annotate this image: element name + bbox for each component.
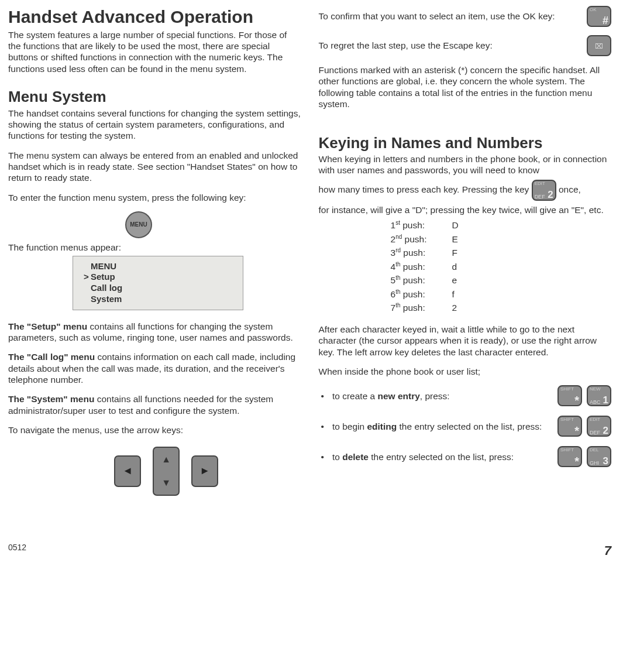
bullet-new-entry: to create a new entry, press: SHIFT * NE… [319,385,612,406]
footer-code: 0512 [8,543,26,559]
setup-desc: The "Setup" menu contains all functions … [8,321,301,344]
new-abc-1-key-icon: NEW ABC1 [587,385,611,406]
lcd-item-setup: Setup [91,272,237,283]
menu-para-2: The menu system can always be entered fr… [8,150,301,184]
system-desc: The "System" menu contains all functions… [8,393,301,416]
menu-para-1: The handset contains several functions f… [8,108,301,142]
regret-text: To regret the last step, use the Escape … [319,40,493,51]
escape-key-icon: ⌧ [587,35,611,56]
heading-menu-system: Menu System [8,87,301,107]
left-column: Handset Advanced Operation The system fe… [8,6,301,496]
keying-p1d: for instance, will give a "D"; pressing … [319,204,612,215]
edit-def-2-key-icon: EDIT DEF2 [532,180,556,201]
keying-p1a: When keying in letters and numbers in th… [319,153,612,176]
page-title: Handset Advanced Operation [8,6,301,28]
confirm-text: To confirm that you want to select an it… [319,11,555,22]
ok-hash-key-icon: OK # [587,6,611,27]
del-ghi-3-key-icon: DEL GHI3 [587,446,611,467]
lcd-item-calllog: Call log [91,283,237,294]
menu-para-4: The function menus appear: [8,242,301,253]
asterisk-note: Functions marked with an asterisk (*) co… [319,64,612,110]
page-footer: 0512 7 [8,543,611,559]
shift-star-key-icon-3: SHIFT * [557,446,582,467]
calllog-desc: The "Call log" menu contains information… [8,351,301,385]
bullet-edit-entry: to begin editing the entry selected on t… [319,416,612,437]
arrow-updown-icon: ▲▼ [153,447,180,496]
menu-key-icon: MENU [125,211,152,238]
arrow-right-icon: ► [191,455,218,487]
shift-star-key-icon: SHIFT * [557,385,582,406]
edit-def-2-key-icon-2: EDIT DEF2 [587,416,611,437]
push-table: 1st push:D 2nd push:E 3rd push:F 4th pus… [389,218,460,316]
keying-p3: When inside the phone book or user list; [319,366,612,377]
lcd-item-system: System [91,294,237,305]
keying-p2: After each character keyed in, wait a li… [319,324,612,358]
shift-star-key-icon-2: SHIFT * [557,416,582,437]
lcd-title: MENU [91,261,237,272]
navigate-text: To navigate the menus, use the arrow key… [8,424,301,436]
right-column: To confirm that you want to select an it… [319,6,612,496]
arrow-left-icon: ◄ [114,455,141,487]
arrow-keys-cluster: ◄ ▲▼ ► [32,447,301,496]
menu-para-3: To enter the function menu system, press… [8,192,301,203]
page-number: 7 [604,543,611,559]
bullet-delete-entry: to delete the entry selected on the list… [319,446,612,467]
intro-text: The system features a large number of sp… [8,29,301,75]
heading-keying: Keying in Names and Numbers [319,133,612,153]
keying-p1b: how many times to press each key. Pressi… [319,180,612,201]
lcd-screen: MENU Setup Call log System [73,256,243,310]
